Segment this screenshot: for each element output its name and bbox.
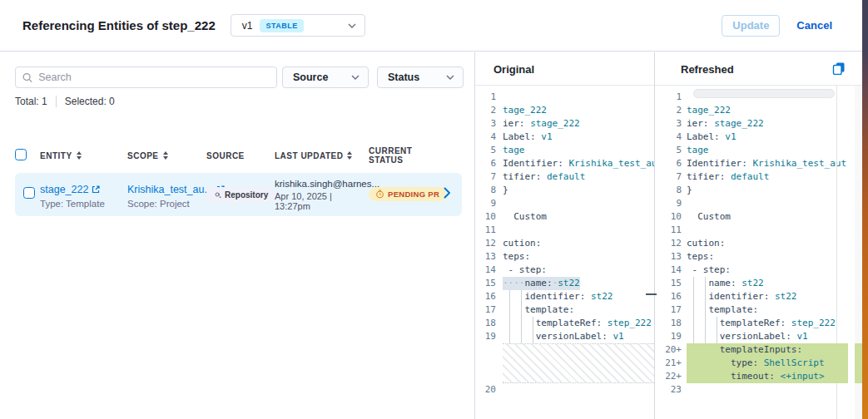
code-text: tage_222 xyxy=(687,104,848,117)
code-text: tifier: default xyxy=(687,170,848,184)
line-number: 20 xyxy=(475,383,503,397)
diff-header: Original Refreshed xyxy=(475,52,862,86)
line-number: 6 xyxy=(655,157,687,170)
code-text: } xyxy=(503,184,654,197)
line-number: 18 xyxy=(655,317,687,330)
code-line: 19 versionLabel: v1 xyxy=(655,330,848,343)
code-text: versionLabel: v1 xyxy=(687,330,848,343)
code-text xyxy=(687,197,848,210)
updated-by: krishika.singh@harnes... xyxy=(275,179,369,189)
line-number: 15 xyxy=(475,277,503,290)
line-number: 19 xyxy=(475,330,503,343)
sort-icon[interactable] xyxy=(347,151,352,160)
version-selector[interactable]: v1 STABLE xyxy=(231,14,365,37)
code-text: ier: stage_222 xyxy=(687,117,848,131)
code-line: 17 template: xyxy=(655,303,848,317)
entity-link[interactable]: stage_222 xyxy=(40,184,100,195)
code-text: - step: xyxy=(687,264,848,277)
stable-badge: STABLE xyxy=(260,19,303,32)
source-filter[interactable]: Source xyxy=(282,67,369,88)
code-line: 7tifier: default xyxy=(475,170,654,184)
code-text xyxy=(503,224,654,237)
line-number: 10 xyxy=(655,210,687,224)
line-number: 22+ xyxy=(655,370,687,383)
cancel-button[interactable]: Cancel xyxy=(796,19,832,32)
line-number: 3 xyxy=(655,117,687,131)
code-line: 23 xyxy=(655,383,848,397)
search-icon xyxy=(22,72,32,83)
entities-section: Source Status Total: 1 Selected: 0 ENTIT… xyxy=(0,52,474,419)
code-text: tifier: default xyxy=(503,170,654,184)
code-line: 1 xyxy=(475,91,654,104)
code-line: 4Label: v1 xyxy=(655,131,848,144)
clock-icon xyxy=(375,190,384,199)
code-line: 13teps: xyxy=(655,250,848,264)
collapsed-lines-placeholder xyxy=(475,343,654,383)
row-checkbox[interactable] xyxy=(23,187,35,199)
update-button[interactable]: Update xyxy=(722,15,780,37)
sort-icon[interactable] xyxy=(77,151,82,160)
line-number: 14 xyxy=(475,264,503,277)
col-entity: ENTITY xyxy=(40,151,72,160)
line-number: 15 xyxy=(655,277,687,290)
line-number: 5 xyxy=(475,144,503,157)
code-area-border xyxy=(836,383,837,419)
source-filter-label: Source xyxy=(293,71,328,83)
line-number: 1 xyxy=(475,91,503,104)
status-label: PENDING PR xyxy=(388,190,439,199)
scrollbar-track[interactable] xyxy=(848,86,855,419)
code-line: 18 templateRef: step_222 xyxy=(655,317,848,330)
copy-icon[interactable] xyxy=(831,62,846,76)
chevron-right-icon[interactable] xyxy=(444,187,451,199)
code-text: Identifier: Krishika_test_aut xyxy=(503,157,654,170)
code-line: 22+ timeout: <+input> xyxy=(655,370,848,383)
refreshed-code-pane[interactable]: 12tage_2223ier: stage_2224Label: v15tage… xyxy=(655,86,848,419)
scrollbar-thumb[interactable] xyxy=(693,89,835,98)
col-last-updated: LAST UPDATED xyxy=(275,151,343,160)
line-number: 5 xyxy=(655,144,687,157)
col-current-status: CURRENT STATUS xyxy=(369,146,444,165)
code-line: 11 xyxy=(475,224,654,237)
code-line: 2tage_222 xyxy=(475,104,654,117)
entity-type: Type: Template xyxy=(40,199,127,209)
code-line: 6Identifier: Krishika_test_aut xyxy=(475,157,654,170)
code-text: Custom xyxy=(503,210,654,224)
page-title: Referencing Entities of step_222 xyxy=(22,18,216,32)
added-lines-marker xyxy=(855,343,862,383)
top-bar: Referencing Entities of step_222 v1 STAB… xyxy=(0,0,862,52)
code-text: Label: v1 xyxy=(503,131,654,144)
source-badge: Repository xyxy=(206,187,275,203)
code-line: 6Identifier: Krishika_test_aut xyxy=(655,157,848,170)
code-text: tage_222 xyxy=(503,104,654,117)
original-code-pane[interactable]: 12tage_2223ier: stage_2224Label: v15tage… xyxy=(475,86,654,419)
code-line: 16 identifier: st22 xyxy=(655,290,848,303)
code-line: 19 versionLabel: v1 xyxy=(475,330,654,343)
line-number: 17 xyxy=(475,303,503,317)
code-line: 20+ templateInputs: xyxy=(655,343,848,357)
code-area-border xyxy=(836,86,837,343)
code-line: 8} xyxy=(655,184,848,197)
status-filter[interactable]: Status xyxy=(377,67,464,88)
overview-ruler xyxy=(855,86,862,419)
code-text xyxy=(503,197,654,210)
code-text: } xyxy=(687,184,848,197)
select-all-checkbox[interactable] xyxy=(15,149,27,160)
code-line: 2tage_222 xyxy=(655,104,848,117)
code-text: template: xyxy=(503,303,654,317)
code-text: cution: xyxy=(687,237,848,250)
code-line: 12cution: xyxy=(655,237,848,250)
chevron-down-icon xyxy=(446,75,454,80)
sort-icon[interactable] xyxy=(163,151,168,160)
code-text: Label: v1 xyxy=(687,131,848,144)
divider xyxy=(56,96,57,107)
scope-detail: Scope: Project xyxy=(127,199,206,209)
line-number: 14 xyxy=(655,264,687,277)
original-pane-title: Original xyxy=(494,63,534,76)
search-box[interactable] xyxy=(15,67,277,88)
search-input[interactable] xyxy=(38,71,270,83)
source-label: Repository xyxy=(225,190,268,200)
code-line: 5tage xyxy=(475,144,654,157)
code-text: timeout: <+input> xyxy=(687,370,848,383)
col-source: SOURCE xyxy=(206,151,245,160)
table-row[interactable]: stage_222 Type: Template Krishika_test_a… xyxy=(15,173,462,216)
